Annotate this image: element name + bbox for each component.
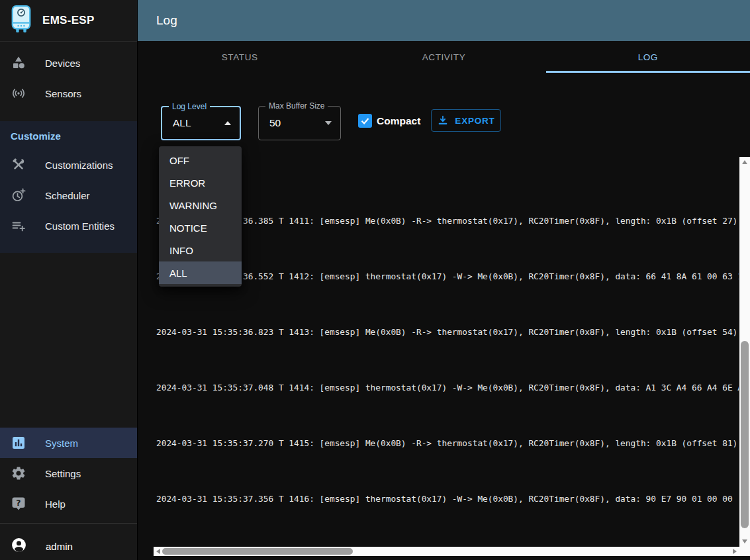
devices-icon	[11, 55, 26, 71]
scrollbar-corner	[739, 547, 750, 556]
log-level-option[interactable]: OFF	[159, 149, 242, 171]
log-level-option[interactable]: INFO	[159, 239, 242, 261]
gear-icon	[11, 465, 26, 481]
log-output: 2024-03-31 15:35:36.385 T 1411: [emsesp]…	[156, 158, 739, 547]
tools-icon	[11, 157, 26, 173]
log-level-option[interactable]: ERROR	[159, 171, 242, 194]
sidebar-item-label: Help	[45, 498, 66, 510]
log-line: 2024-03-31 15:35:37.270 T 1415: [emsesp]…	[156, 436, 739, 450]
log-level-option[interactable]: WARNING	[159, 194, 242, 216]
sidebar-item-label: Custom Entities	[45, 220, 115, 232]
compact-label[interactable]: Compact	[377, 114, 420, 128]
app-title: EMS-ESP	[42, 14, 95, 27]
chevron-down-icon	[325, 121, 332, 125]
export-label: EXPORT	[455, 116, 494, 126]
max-buffer-size-value: 50	[269, 117, 281, 129]
scroll-left-arrow[interactable]	[156, 549, 160, 554]
log-line: 2024-03-31 15:35:36.385 T 1411: [emsesp]…	[156, 214, 739, 228]
customize-section-header: Customize	[0, 121, 137, 150]
horizontal-scrollbar[interactable]	[154, 547, 739, 556]
tab-bar: STATUS ACTIVITY LOG	[138, 41, 750, 73]
sidebar-item-help[interactable]: ? Help	[0, 489, 137, 519]
chevron-up-icon	[224, 121, 231, 125]
list-plus-icon	[11, 218, 26, 234]
ems-esp-app: EMS-ESP Devices	[0, 0, 750, 560]
vertical-scrollbar-thumb[interactable]	[741, 341, 749, 528]
tab-activity[interactable]: ACTIVITY	[342, 41, 545, 73]
sidebar-item-settings[interactable]: Settings	[0, 458, 137, 489]
log-controls: Log Level ALL Max Buffer Size 50 Compact	[138, 73, 750, 157]
scroll-up-arrow[interactable]	[742, 160, 747, 164]
sidebar-item-devices[interactable]: Devices	[0, 48, 137, 78]
svg-text:?: ?	[16, 498, 21, 508]
log-level-label: Log Level	[169, 102, 210, 111]
log-level-select[interactable]: Log Level ALL	[161, 106, 241, 140]
log-line: 2024-03-31 15:35:36.552 T 1412: [emsesp]…	[156, 269, 739, 283]
sidebar-item-label: Devices	[45, 58, 80, 69]
appbar: Log	[138, 0, 750, 41]
sidebar-item-sensors[interactable]: Sensors	[0, 78, 137, 109]
checkmark-icon	[359, 115, 371, 126]
sidebar: EMS-ESP Devices	[0, 0, 138, 560]
scroll-right-arrow[interactable]	[733, 549, 737, 554]
account-circle-icon	[11, 537, 27, 556]
log-level-option[interactable]: NOTICE	[159, 216, 242, 239]
download-icon	[437, 115, 449, 126]
sidebar-item-custom-entities[interactable]: Custom Entities	[0, 210, 137, 241]
log-level-value: ALL	[173, 117, 191, 129]
sidebar-item-label: Settings	[45, 468, 81, 479]
scroll-down-arrow[interactable]	[742, 539, 747, 543]
sidebar-item-label: Scheduler	[45, 190, 90, 201]
app-logo-row: EMS-ESP	[0, 0, 137, 42]
sidebar-nav: Devices Sensors Customize	[0, 42, 137, 519]
log-line: 2024-03-31 15:35:37.356 T 1416: [emsesp]…	[156, 492, 739, 506]
sidebar-item-label: Customizations	[45, 160, 113, 171]
log-panel: 2024-03-31 15:35:36.385 T 1411: [emsesp]…	[154, 157, 750, 556]
sidebar-item-label: System	[45, 438, 78, 449]
log-line: 2024-03-31 15:35:37.048 T 1414: [emsesp]…	[156, 381, 739, 395]
username: admin	[46, 541, 73, 552]
help-icon: ?	[11, 496, 26, 512]
sensors-icon	[11, 85, 26, 101]
max-buffer-size-label: Max Buffer Size	[265, 101, 328, 111]
tab-log[interactable]: LOG	[546, 41, 750, 73]
sidebar-item-customizations[interactable]: Customizations	[0, 150, 137, 180]
clock-plus-icon	[11, 187, 26, 203]
log-level-option[interactable]: ALL	[159, 261, 242, 284]
signed-in-user[interactable]: admin	[0, 524, 137, 560]
boiler-logo-icon	[9, 5, 33, 36]
max-buffer-size-select[interactable]: Max Buffer Size 50	[258, 106, 341, 140]
sidebar-spacer	[0, 253, 137, 428]
sidebar-item-scheduler[interactable]: Scheduler	[0, 180, 137, 210]
export-button[interactable]: EXPORT	[431, 109, 501, 132]
log-line: 2024-03-31 15:35:36.823 T 1413: [emsesp]…	[156, 325, 739, 339]
sidebar-item-label: Sensors	[45, 88, 81, 99]
customize-section: Customize Customizations	[0, 121, 137, 253]
compact-checkbox[interactable]	[358, 114, 372, 128]
bar-chart-icon	[11, 435, 26, 451]
vertical-scrollbar[interactable]	[739, 157, 750, 547]
log-level-menu: OFF ERROR WARNING NOTICE INFO ALL	[159, 146, 242, 287]
sidebar-item-system[interactable]: System	[0, 428, 137, 458]
horizontal-scrollbar-thumb[interactable]	[162, 548, 353, 555]
tab-status[interactable]: STATUS	[138, 41, 342, 73]
page-title: Log	[156, 13, 177, 28]
